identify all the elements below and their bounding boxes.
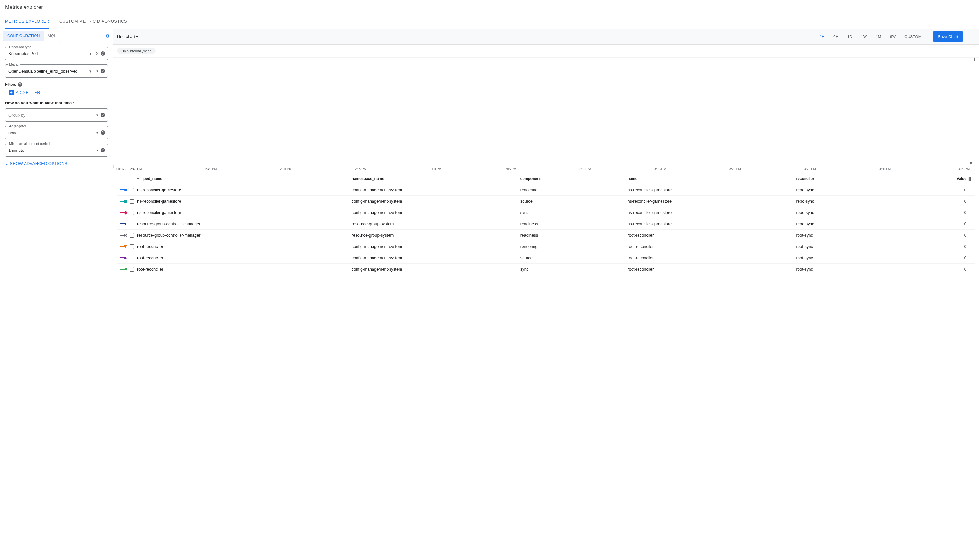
resource-type-label: Resource type bbox=[8, 45, 33, 49]
tab-custom-metric-diagnostics[interactable]: CUSTOM METRIC DIAGNOSTICS bbox=[59, 15, 127, 28]
chevron-down-icon[interactable]: ▾ bbox=[94, 147, 101, 154]
col-header-pod-name[interactable]: pod_name bbox=[143, 177, 162, 181]
cell-value: 0 bbox=[949, 255, 968, 260]
table-row[interactable]: root-reconcilerconfig-management-systemr… bbox=[117, 241, 975, 252]
cell-name: ns-reconciler-gamestore bbox=[627, 222, 796, 226]
chevron-down-icon: ▾ bbox=[136, 34, 138, 39]
table-row[interactable]: ns-reconciler-gamestoreconfig-management… bbox=[117, 185, 975, 196]
x-tick: 3:25 PM bbox=[804, 167, 879, 171]
min-align-label: Minimum alignment period bbox=[8, 142, 51, 145]
metric-select[interactable]: Metric OpenCensus/pipeline_error_observe… bbox=[5, 64, 108, 78]
time-range-1d[interactable]: 1D bbox=[843, 32, 857, 42]
cell-name: root-reconciler bbox=[627, 244, 796, 249]
mode-configuration[interactable]: CONFIGURATION bbox=[3, 31, 44, 40]
mode-mql[interactable]: MQL bbox=[44, 31, 60, 40]
gear-icon[interactable]: ⚙ bbox=[105, 33, 110, 39]
time-range-6h[interactable]: 6H bbox=[829, 32, 843, 42]
table-row[interactable]: ns-reconciler-gamestoreconfig-management… bbox=[117, 207, 975, 218]
mode-toggle: CONFIGURATION MQL bbox=[3, 31, 60, 41]
more-options-icon[interactable]: ⋮ bbox=[963, 33, 975, 40]
cell-value: 0 bbox=[949, 188, 968, 192]
series-marker-icon bbox=[120, 201, 127, 202]
group-by-placeholder: Group by bbox=[8, 113, 94, 118]
aggregator-select[interactable]: Aggregator none ▾ ? bbox=[5, 126, 108, 139]
chevron-down-icon[interactable]: ▾ bbox=[87, 68, 94, 75]
cell-namespace: config-management-system bbox=[352, 267, 520, 272]
min-alignment-select[interactable]: Minimum alignment period 1 minute ▾ ? bbox=[5, 143, 108, 157]
cell-value: 0 bbox=[949, 244, 968, 249]
table-row[interactable]: root-reconcilerconfig-management-systems… bbox=[117, 264, 975, 275]
chart-type-dropdown[interactable]: Line chart ▾ bbox=[117, 34, 138, 39]
clear-metric-icon[interactable]: ✕ bbox=[94, 68, 101, 75]
x-tick: 3:00 PM bbox=[430, 167, 505, 171]
filters-label-text: Filters bbox=[5, 82, 16, 87]
cell-pod-name: root-reconciler bbox=[137, 244, 352, 249]
series-checkbox[interactable] bbox=[130, 222, 134, 226]
series-checkbox[interactable] bbox=[130, 245, 134, 249]
interval-chip[interactable]: 1 min interval (mean) bbox=[117, 48, 156, 54]
time-range-6w[interactable]: 6W bbox=[886, 32, 901, 42]
chevron-down-icon[interactable]: ▾ bbox=[94, 129, 101, 136]
chevron-down-icon[interactable]: ▾ bbox=[94, 112, 101, 118]
table-row[interactable]: ns-reconciler-gamestoreconfig-management… bbox=[117, 196, 975, 207]
plus-icon: + bbox=[9, 90, 14, 95]
series-marker-icon bbox=[120, 223, 127, 224]
resource-type-select[interactable]: Resource type Kubernetes Pod ▾ ✕ ? bbox=[5, 47, 108, 60]
time-range-1w[interactable]: 1W bbox=[857, 32, 871, 42]
y-axis-max: 1 bbox=[973, 58, 975, 62]
series-checkbox[interactable] bbox=[130, 256, 134, 260]
time-range-1m[interactable]: 1M bbox=[871, 32, 885, 42]
column-settings-icon[interactable]: ||| bbox=[968, 177, 971, 181]
dimensions-icon[interactable] bbox=[137, 177, 142, 181]
cell-value: 0 bbox=[949, 222, 968, 226]
show-advanced-options[interactable]: ⌄ SHOW ADVANCED OPTIONS bbox=[5, 161, 108, 166]
chart-content: Line chart ▾ 1H 6H 1D 1W 1M 6W CUSTOM Sa… bbox=[113, 29, 979, 281]
cell-component: rendering bbox=[520, 244, 627, 249]
series-marker-icon bbox=[120, 269, 127, 270]
table-row[interactable]: resource-group-controller-managerresourc… bbox=[117, 230, 975, 241]
help-icon[interactable]: ? bbox=[101, 148, 105, 152]
help-icon[interactable]: ? bbox=[101, 51, 105, 56]
series-checkbox[interactable] bbox=[130, 233, 134, 238]
help-icon[interactable]: ? bbox=[101, 113, 105, 117]
chart-plot-area[interactable]: 1 ✖ 0 bbox=[113, 58, 979, 167]
table-row[interactable]: root-reconcilerconfig-management-systems… bbox=[117, 252, 975, 264]
col-header-value[interactable]: Value bbox=[949, 177, 968, 181]
chevron-down-icon[interactable]: ▾ bbox=[87, 50, 94, 57]
time-range-1h[interactable]: 1H bbox=[815, 32, 829, 42]
table-row[interactable]: resource-group-controller-managerresourc… bbox=[117, 218, 975, 230]
cell-pod-name: root-reconciler bbox=[137, 255, 352, 260]
clear-resource-icon[interactable]: ✕ bbox=[94, 50, 101, 57]
page-title: Metrics explorer bbox=[5, 4, 974, 10]
cell-name: ns-reconciler-gamestore bbox=[627, 199, 796, 203]
series-checkbox[interactable] bbox=[130, 210, 134, 215]
series-checkbox[interactable] bbox=[130, 267, 134, 272]
cell-component: sync bbox=[520, 267, 627, 272]
chip-row: 1 min interval (mean) bbox=[113, 45, 979, 58]
metric-label: Metric bbox=[8, 63, 20, 66]
col-header-namespace[interactable]: namespace_name bbox=[352, 177, 520, 181]
add-filter-button[interactable]: + ADD FILTER bbox=[9, 90, 108, 95]
x-tick: 2:55 PM bbox=[355, 167, 430, 171]
cell-pod-name: ns-reconciler-gamestore bbox=[137, 210, 352, 215]
help-icon[interactable]: ? bbox=[18, 82, 22, 87]
help-icon[interactable]: ? bbox=[101, 69, 105, 73]
chart-baseline bbox=[121, 162, 969, 162]
col-header-name[interactable]: name bbox=[627, 177, 796, 181]
filters-section-label: Filters ? bbox=[5, 82, 108, 87]
series-checkbox[interactable] bbox=[130, 188, 134, 192]
x-tick: 3:10 PM bbox=[579, 167, 654, 171]
group-by-select[interactable]: Group by ▾ ? bbox=[5, 108, 108, 122]
time-range-custom[interactable]: CUSTOM bbox=[900, 32, 926, 42]
col-header-component[interactable]: component bbox=[520, 177, 627, 181]
col-header-reconciler[interactable]: reconciler bbox=[796, 177, 949, 181]
sidebar-toolbar: CONFIGURATION MQL ⚙ bbox=[0, 29, 113, 43]
cell-namespace: resource-group-system bbox=[352, 222, 520, 226]
page-tabs: METRICS EXPLORER CUSTOM METRIC DIAGNOSTI… bbox=[0, 15, 979, 29]
save-chart-button[interactable]: Save Chart bbox=[933, 32, 963, 42]
help-icon[interactable]: ? bbox=[101, 130, 105, 135]
tab-metrics-explorer[interactable]: METRICS EXPLORER bbox=[5, 15, 49, 28]
series-marker-icon bbox=[120, 190, 127, 190]
series-checkbox[interactable] bbox=[130, 199, 134, 203]
reset-zoom-icon[interactable]: ✖ bbox=[969, 162, 972, 165]
